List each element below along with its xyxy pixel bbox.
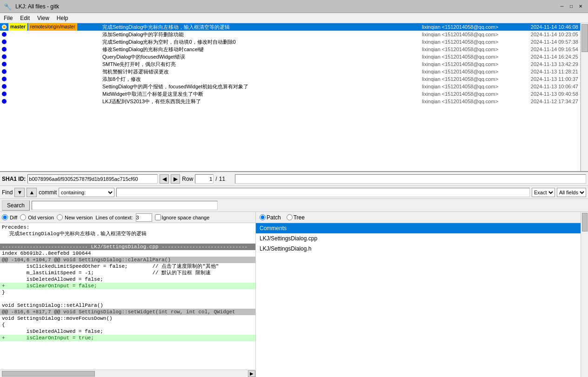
- commit-dot: [2, 92, 7, 96]
- commit-author: lixinqian <1512014058@qq.com>: [422, 46, 515, 53]
- commit-tag: master: [8, 23, 27, 31]
- commit-graph-col: masterremotes/origin/master: [0, 23, 102, 31]
- minimize-button[interactable]: ─: [558, 3, 566, 10]
- commit-dot: [2, 84, 7, 89]
- find-up-button[interactable]: ▲: [27, 188, 37, 197]
- diff-radio[interactable]: Diff: [2, 214, 17, 220]
- commit-row[interactable]: MidWidget中取消三个标签是这里发生了中断lixinqian <15120…: [0, 90, 580, 98]
- commit-row[interactable]: 驾机警醒计时器逻辑错误更改lixinqian <1512014058@qq.co…: [0, 68, 580, 75]
- commit-row[interactable]: masterremotes/origin/master完成SettingDial…: [0, 23, 580, 31]
- right-pane: Patch Tree CommentsLKJ/SettingsDialog.cp…: [256, 212, 581, 377]
- diff-line-7: void SettingsDialog::moveFocusDown(): [0, 315, 255, 322]
- diff-file-header: ---------------------------- LKJ/Setting…: [0, 244, 255, 250]
- diff-line-2: m_lastLimitSpeed = -1; // 默认的下拉框 限制速: [0, 270, 255, 276]
- sha-next-button[interactable]: ▶: [171, 174, 180, 184]
- scroll-right-btn[interactable]: ▶: [248, 370, 255, 377]
- diff-scrollbar-thumb[interactable]: [2, 371, 95, 377]
- commit-msg: SMTNe先打开时，偶尔只有灯亮: [102, 60, 422, 68]
- diff-precedes: Precedes:: [0, 224, 255, 231]
- commit-msg: MidWidget中取消三个标签是这里发生了中断: [102, 90, 422, 98]
- maximize-button[interactable]: □: [568, 3, 575, 10]
- sha-input[interactable]: [27, 174, 158, 184]
- commit-scrollbar[interactable]: [581, 23, 588, 171]
- commit-graph-col: [0, 53, 102, 60]
- commit-row[interactable]: 修改SettingDialog的光标向左移动时cancel键lixinqian …: [0, 46, 580, 53]
- commit-msg: QueryDialog中的focusedWidget错误: [102, 53, 422, 60]
- sha-prev-button[interactable]: ◀: [160, 174, 169, 184]
- commit-graph-col: [0, 68, 102, 75]
- sha-label: SHA1 ID:: [2, 176, 26, 182]
- file-tree-item[interactable]: Comments: [256, 223, 581, 233]
- right-scrollbar[interactable]: [581, 212, 588, 377]
- menu-edit[interactable]: Edit: [16, 14, 33, 22]
- commit-msg: LKJ适配到VS2013中，有些东西我先注释了: [102, 98, 422, 105]
- close-button[interactable]: ✕: [577, 3, 584, 10]
- commit-date: 2024-11-14 09:57:38: [515, 38, 580, 46]
- search-button[interactable]: Search: [2, 200, 30, 211]
- bottom-section: Diff Old version New version Lines of co…: [0, 212, 588, 377]
- commit-graph-col: [0, 90, 102, 98]
- commit-dot: [2, 62, 7, 66]
- diff-line-3: isDeletedAllowed = false;: [0, 276, 255, 283]
- row-search-input[interactable]: [235, 174, 586, 184]
- commit-msg: 添加SettingDialog中的字符删除功能: [102, 31, 422, 38]
- commit-row[interactable]: 完成SettingDialog光标为空时，自动填0，修改时自动删除0lixinq…: [0, 38, 580, 46]
- commit-graph-col: [0, 98, 102, 105]
- commit-list[interactable]: masterremotes/origin/master完成SettingDial…: [0, 23, 581, 171]
- commit-author: lixinqian <1512014058@qq.com>: [422, 90, 515, 98]
- patch-radio[interactable]: Patch: [260, 214, 281, 221]
- row-separator: /: [215, 176, 217, 182]
- row-input[interactable]: [195, 174, 214, 184]
- diff-pane: Diff Old version New version Lines of co…: [0, 212, 256, 377]
- menu-help[interactable]: Help: [53, 14, 72, 22]
- find-label: Find: [2, 189, 13, 196]
- menu-view[interactable]: View: [33, 14, 53, 22]
- main-container: masterremotes/origin/master完成SettingDial…: [0, 23, 588, 377]
- ignore-space-checkbox[interactable]: [155, 214, 161, 220]
- commit-date: 2024-11-14 10:46:08: [515, 23, 580, 31]
- commit-row[interactable]: SMTNe先打开时，偶尔只有灯亮lixinqian <1512014058@qq…: [0, 60, 580, 68]
- find-exact-select[interactable]: Exact: [532, 188, 555, 197]
- sha-bar: SHA1 ID: ◀ ▶ Row / 11: [0, 172, 588, 186]
- new-version-radio[interactable]: New version: [57, 214, 93, 220]
- tree-radio[interactable]: Tree: [287, 214, 305, 221]
- commit-row[interactable]: 添加8个灯，修改lixinqian <1512014058@qq.com>202…: [0, 75, 580, 83]
- commit-date: 2024-11-12 17:34:27: [515, 98, 580, 105]
- diff-scrollbar-h[interactable]: ▶: [0, 370, 255, 377]
- find-text-input[interactable]: [116, 188, 530, 197]
- context-input[interactable]: [136, 213, 152, 222]
- file-tree-item[interactable]: LKJ/SettingsDialog.h: [256, 244, 581, 254]
- commit-dot: [2, 25, 7, 29]
- commit-date: 2024-11-14 09:16:54: [515, 46, 580, 53]
- commit-row[interactable]: 添加SettingDialog中的字符删除功能lixinqian <151201…: [0, 31, 580, 38]
- commit-row[interactable]: QueryDialog中的focusedWidget错误lixinqian <1…: [0, 53, 580, 60]
- commit-row[interactable]: LKJ适配到VS2013中，有些东西我先注释了lixinqian <151201…: [0, 98, 580, 105]
- diff-spacer: [0, 237, 255, 244]
- find-fields-select[interactable]: All fields: [557, 188, 586, 197]
- find-containing-select[interactable]: containing:: [59, 188, 114, 197]
- ignore-space-label[interactable]: Ignore space change: [155, 214, 210, 220]
- commit-author: lixinqian <1512014058@qq.com>: [422, 98, 515, 105]
- commit-dot: [2, 77, 7, 81]
- diff-content: Precedes: 完成SettingDialog中光标向左移动，输入框清空等的…: [0, 223, 255, 370]
- old-version-radio[interactable]: Old version: [20, 214, 54, 220]
- commit-author: lixinqian <1512014058@qq.com>: [422, 60, 515, 68]
- search-text-input[interactable]: [32, 201, 218, 210]
- diff-line-5: }: [0, 289, 255, 296]
- commit-row[interactable]: SettingDialog中的两个报错，focusedWidget初始化也算有对…: [0, 83, 580, 90]
- commit-author: lixinqian <1512014058@qq.com>: [422, 83, 515, 90]
- menu-file[interactable]: File: [0, 14, 16, 22]
- find-bar: Find ▼ ▲ commit containing: Exact All fi…: [0, 186, 588, 199]
- commit-msg: 完成SettingDialog中光标向左移动，输入框清空等的逻辑: [102, 23, 422, 31]
- diff-hunk-header-1: @@ -104,6 +104,7 @@ void SettingsDialog:…: [0, 257, 255, 263]
- diff-line-9: isDeletedAllowed = false;: [0, 328, 255, 335]
- find-down-button[interactable]: ▼: [14, 188, 25, 197]
- diff-line-6: void SettingsDialog::setAllPara(): [0, 302, 255, 309]
- file-tree-item[interactable]: LKJ/SettingsDialog.cpp: [256, 233, 581, 244]
- diff-options-bar: Diff Old version New version Lines of co…: [0, 212, 255, 223]
- commit-dot: [2, 54, 7, 59]
- menubar: File Edit View Help: [0, 13, 588, 23]
- commit-date: 2024-11-13 11:00:37: [515, 75, 580, 83]
- commit-date: 2024-11-13 11:28:21: [515, 68, 580, 75]
- commit-graph-col: [0, 60, 102, 68]
